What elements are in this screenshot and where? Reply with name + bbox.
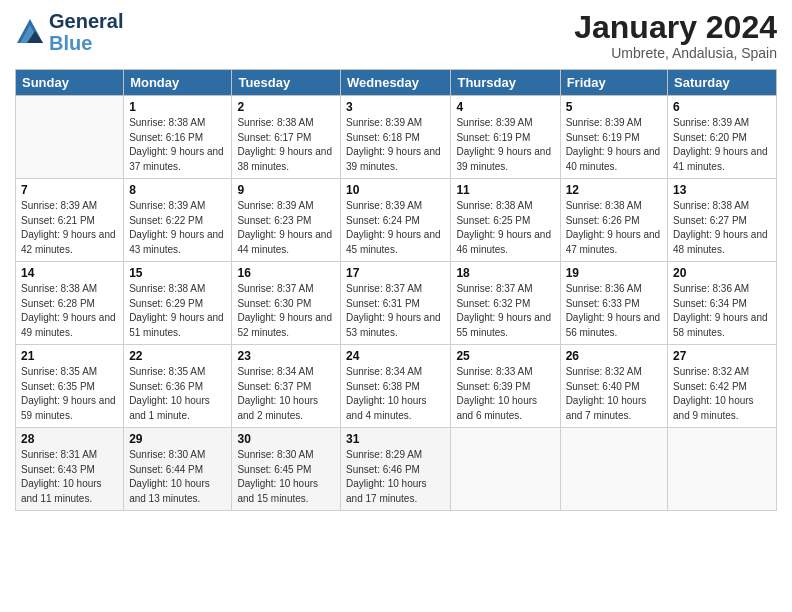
day-info: Sunrise: 8:37 AM Sunset: 6:32 PM Dayligh… <box>456 282 554 340</box>
day-info: Sunrise: 8:37 AM Sunset: 6:30 PM Dayligh… <box>237 282 335 340</box>
day-info: Sunrise: 8:31 AM Sunset: 6:43 PM Dayligh… <box>21 448 118 506</box>
calendar-week-row: 1Sunrise: 8:38 AM Sunset: 6:16 PM Daylig… <box>16 96 777 179</box>
day-number: 3 <box>346 100 445 114</box>
calendar-cell: 1Sunrise: 8:38 AM Sunset: 6:16 PM Daylig… <box>124 96 232 179</box>
calendar-cell: 15Sunrise: 8:38 AM Sunset: 6:29 PM Dayli… <box>124 262 232 345</box>
day-number: 29 <box>129 432 226 446</box>
day-number: 21 <box>21 349 118 363</box>
day-info: Sunrise: 8:38 AM Sunset: 6:17 PM Dayligh… <box>237 116 335 174</box>
day-info: Sunrise: 8:30 AM Sunset: 6:45 PM Dayligh… <box>237 448 335 506</box>
calendar-table: Sunday Monday Tuesday Wednesday Thursday… <box>15 69 777 511</box>
calendar-cell: 25Sunrise: 8:33 AM Sunset: 6:39 PM Dayli… <box>451 345 560 428</box>
calendar-cell: 14Sunrise: 8:38 AM Sunset: 6:28 PM Dayli… <box>16 262 124 345</box>
calendar-cell: 7Sunrise: 8:39 AM Sunset: 6:21 PM Daylig… <box>16 179 124 262</box>
day-info: Sunrise: 8:38 AM Sunset: 6:26 PM Dayligh… <box>566 199 662 257</box>
day-info: Sunrise: 8:32 AM Sunset: 6:40 PM Dayligh… <box>566 365 662 423</box>
calendar-cell: 9Sunrise: 8:39 AM Sunset: 6:23 PM Daylig… <box>232 179 341 262</box>
logo-icon <box>15 17 45 47</box>
calendar-cell: 12Sunrise: 8:38 AM Sunset: 6:26 PM Dayli… <box>560 179 667 262</box>
month-title: January 2024 <box>574 10 777 45</box>
header-monday: Monday <box>124 70 232 96</box>
day-number: 27 <box>673 349 771 363</box>
calendar-cell <box>560 428 667 511</box>
day-info: Sunrise: 8:39 AM Sunset: 6:24 PM Dayligh… <box>346 199 445 257</box>
page: General Blue January 2024 Umbrete, Andal… <box>0 0 792 612</box>
day-number: 12 <box>566 183 662 197</box>
day-info: Sunrise: 8:39 AM Sunset: 6:19 PM Dayligh… <box>566 116 662 174</box>
day-info: Sunrise: 8:33 AM Sunset: 6:39 PM Dayligh… <box>456 365 554 423</box>
calendar-week-row: 7Sunrise: 8:39 AM Sunset: 6:21 PM Daylig… <box>16 179 777 262</box>
day-info: Sunrise: 8:39 AM Sunset: 6:21 PM Dayligh… <box>21 199 118 257</box>
calendar-week-row: 28Sunrise: 8:31 AM Sunset: 6:43 PM Dayli… <box>16 428 777 511</box>
calendar-cell: 28Sunrise: 8:31 AM Sunset: 6:43 PM Dayli… <box>16 428 124 511</box>
day-number: 7 <box>21 183 118 197</box>
calendar-cell: 13Sunrise: 8:38 AM Sunset: 6:27 PM Dayli… <box>668 179 777 262</box>
day-number: 2 <box>237 100 335 114</box>
day-number: 9 <box>237 183 335 197</box>
header-sunday: Sunday <box>16 70 124 96</box>
calendar-cell: 16Sunrise: 8:37 AM Sunset: 6:30 PM Dayli… <box>232 262 341 345</box>
header-saturday: Saturday <box>668 70 777 96</box>
day-number: 6 <box>673 100 771 114</box>
day-info: Sunrise: 8:29 AM Sunset: 6:46 PM Dayligh… <box>346 448 445 506</box>
header-wednesday: Wednesday <box>341 70 451 96</box>
day-number: 17 <box>346 266 445 280</box>
day-number: 25 <box>456 349 554 363</box>
day-info: Sunrise: 8:35 AM Sunset: 6:35 PM Dayligh… <box>21 365 118 423</box>
day-info: Sunrise: 8:38 AM Sunset: 6:29 PM Dayligh… <box>129 282 226 340</box>
day-info: Sunrise: 8:37 AM Sunset: 6:31 PM Dayligh… <box>346 282 445 340</box>
logo-line2: Blue <box>49 32 123 54</box>
day-number: 11 <box>456 183 554 197</box>
calendar-cell: 31Sunrise: 8:29 AM Sunset: 6:46 PM Dayli… <box>341 428 451 511</box>
title-block: January 2024 Umbrete, Andalusia, Spain <box>574 10 777 61</box>
calendar-cell: 21Sunrise: 8:35 AM Sunset: 6:35 PM Dayli… <box>16 345 124 428</box>
calendar-cell: 11Sunrise: 8:38 AM Sunset: 6:25 PM Dayli… <box>451 179 560 262</box>
day-info: Sunrise: 8:35 AM Sunset: 6:36 PM Dayligh… <box>129 365 226 423</box>
calendar-cell: 17Sunrise: 8:37 AM Sunset: 6:31 PM Dayli… <box>341 262 451 345</box>
header-tuesday: Tuesday <box>232 70 341 96</box>
header: General Blue January 2024 Umbrete, Andal… <box>15 10 777 61</box>
day-number: 13 <box>673 183 771 197</box>
day-info: Sunrise: 8:39 AM Sunset: 6:22 PM Dayligh… <box>129 199 226 257</box>
day-number: 16 <box>237 266 335 280</box>
calendar-week-row: 21Sunrise: 8:35 AM Sunset: 6:35 PM Dayli… <box>16 345 777 428</box>
day-info: Sunrise: 8:36 AM Sunset: 6:34 PM Dayligh… <box>673 282 771 340</box>
day-number: 23 <box>237 349 335 363</box>
calendar-cell: 26Sunrise: 8:32 AM Sunset: 6:40 PM Dayli… <box>560 345 667 428</box>
day-number: 5 <box>566 100 662 114</box>
calendar-cell: 27Sunrise: 8:32 AM Sunset: 6:42 PM Dayli… <box>668 345 777 428</box>
calendar-cell: 24Sunrise: 8:34 AM Sunset: 6:38 PM Dayli… <box>341 345 451 428</box>
header-friday: Friday <box>560 70 667 96</box>
day-info: Sunrise: 8:38 AM Sunset: 6:28 PM Dayligh… <box>21 282 118 340</box>
logo-line1: General <box>49 10 123 32</box>
calendar-cell: 3Sunrise: 8:39 AM Sunset: 6:18 PM Daylig… <box>341 96 451 179</box>
calendar-cell: 20Sunrise: 8:36 AM Sunset: 6:34 PM Dayli… <box>668 262 777 345</box>
day-number: 8 <box>129 183 226 197</box>
logo-text: General Blue <box>49 10 123 54</box>
calendar-cell: 10Sunrise: 8:39 AM Sunset: 6:24 PM Dayli… <box>341 179 451 262</box>
calendar-cell: 4Sunrise: 8:39 AM Sunset: 6:19 PM Daylig… <box>451 96 560 179</box>
calendar-cell: 2Sunrise: 8:38 AM Sunset: 6:17 PM Daylig… <box>232 96 341 179</box>
day-number: 30 <box>237 432 335 446</box>
day-info: Sunrise: 8:38 AM Sunset: 6:25 PM Dayligh… <box>456 199 554 257</box>
day-number: 26 <box>566 349 662 363</box>
day-number: 18 <box>456 266 554 280</box>
day-info: Sunrise: 8:38 AM Sunset: 6:16 PM Dayligh… <box>129 116 226 174</box>
day-info: Sunrise: 8:34 AM Sunset: 6:38 PM Dayligh… <box>346 365 445 423</box>
day-number: 28 <box>21 432 118 446</box>
day-info: Sunrise: 8:32 AM Sunset: 6:42 PM Dayligh… <box>673 365 771 423</box>
calendar-cell: 22Sunrise: 8:35 AM Sunset: 6:36 PM Dayli… <box>124 345 232 428</box>
calendar-cell <box>451 428 560 511</box>
calendar-cell: 29Sunrise: 8:30 AM Sunset: 6:44 PM Dayli… <box>124 428 232 511</box>
header-thursday: Thursday <box>451 70 560 96</box>
day-number: 4 <box>456 100 554 114</box>
calendar-cell: 5Sunrise: 8:39 AM Sunset: 6:19 PM Daylig… <box>560 96 667 179</box>
day-info: Sunrise: 8:38 AM Sunset: 6:27 PM Dayligh… <box>673 199 771 257</box>
day-info: Sunrise: 8:30 AM Sunset: 6:44 PM Dayligh… <box>129 448 226 506</box>
day-info: Sunrise: 8:36 AM Sunset: 6:33 PM Dayligh… <box>566 282 662 340</box>
day-number: 22 <box>129 349 226 363</box>
day-number: 1 <box>129 100 226 114</box>
calendar-cell: 19Sunrise: 8:36 AM Sunset: 6:33 PM Dayli… <box>560 262 667 345</box>
calendar-cell <box>16 96 124 179</box>
day-number: 31 <box>346 432 445 446</box>
